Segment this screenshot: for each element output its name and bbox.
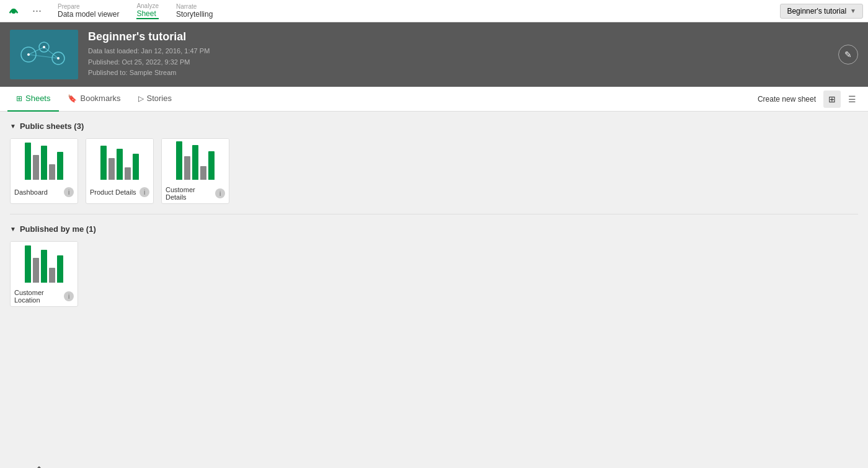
sheets-icon: ⊞ [16, 94, 22, 103]
published-by-me-header[interactable]: ▼ Published by me (1) [10, 224, 858, 234]
bar [57, 152, 63, 180]
public-sheets-grid: Dashboard i Product Details i [10, 138, 858, 204]
sheet-label-row: Product Details i [86, 183, 153, 201]
bar [33, 155, 39, 180]
sheet-info-icon[interactable]: i [64, 187, 74, 197]
bookmark-icon: 🔖 [68, 94, 77, 103]
more-options-icon[interactable]: ··· [32, 4, 42, 17]
sheet-thumbnail [86, 139, 153, 183]
sheet-info-icon[interactable]: i [64, 291, 74, 301]
sheet-card-customer-details[interactable]: Customer Details i [161, 138, 229, 204]
sheet-info-icon[interactable]: i [140, 187, 149, 197]
create-sheet-button[interactable]: Create new sheet [750, 92, 823, 106]
collapse-arrow-icon: ▼ [10, 226, 16, 232]
chevron-down-icon: ▼ [850, 7, 856, 14]
bar [57, 255, 63, 283]
top-nav: ··· Prepare Data model viewer Analyze Sh… [0, 0, 868, 22]
bar [49, 268, 55, 283]
sheet-label-row: Customer Details i [162, 183, 229, 203]
bar [208, 151, 215, 180]
bar [108, 158, 115, 180]
app-logo[interactable] [5, 2, 22, 20]
sheet-card-dashboard[interactable]: Dashboard i [10, 138, 78, 204]
tab-stories[interactable]: ▷ Stories [130, 87, 180, 112]
bar [100, 146, 107, 180]
bar [25, 245, 31, 283]
svg-point-10 [43, 46, 45, 48]
app-title: Beginner's tutorial [88, 30, 210, 43]
bar [49, 164, 55, 180]
prepare-nav-item[interactable]: Prepare Data model viewer [49, 0, 128, 22]
svg-point-11 [57, 57, 60, 60]
narrate-nav-item[interactable]: Narrate Storytelling [167, 0, 221, 22]
sheet-label-row: Dashboard i [11, 183, 78, 201]
section-divider [10, 214, 858, 214]
collapse-arrow-icon: ▼ [10, 123, 16, 130]
analyze-nav-item[interactable]: Analyze Sheet [128, 0, 167, 22]
bar [192, 145, 198, 180]
published-sheets-grid: Customer Location i [10, 241, 858, 307]
bar [184, 156, 190, 180]
stories-icon: ▷ [138, 94, 144, 103]
bar [25, 143, 31, 180]
app-thumbnail [10, 30, 78, 79]
edit-button[interactable]: ✎ [838, 45, 858, 64]
svg-point-1 [11, 9, 16, 14]
sheet-card-product-details[interactable]: Product Details i [86, 138, 154, 204]
bar [41, 146, 47, 180]
view-toggle: ⊞ ☰ [823, 91, 861, 108]
grid-view-button[interactable]: ⊞ [823, 91, 841, 108]
sheet-thumbnail [11, 139, 78, 183]
bar [33, 258, 39, 283]
app-info: Beginner's tutorial Data last loaded: Ja… [88, 30, 210, 79]
tutorial-button[interactable]: Beginner's tutorial ▼ [780, 4, 863, 19]
bar [176, 141, 182, 180]
sheet-card-customer-location[interactable]: Customer Location i [10, 241, 78, 307]
svg-point-9 [27, 53, 30, 56]
public-sheets-header[interactable]: ▼ Public sheets (3) [10, 121, 858, 131]
sheet-thumbnail [162, 139, 229, 183]
bar [117, 149, 123, 180]
bar [200, 166, 206, 180]
tabs-bar: ⊞ Sheets 🔖 Bookmarks ▷ Stories Create ne… [0, 87, 868, 112]
bar [41, 250, 47, 283]
app-header: Beginner's tutorial Data last loaded: Ja… [0, 22, 868, 87]
sheet-info-icon[interactable]: i [215, 188, 225, 198]
tab-bookmarks[interactable]: 🔖 Bookmarks [59, 87, 129, 112]
app-meta: Data last loaded: Jan 12, 2016, 1:47 PM … [88, 46, 210, 79]
nav-group: Prepare Data model viewer Analyze Sheet … [49, 0, 221, 22]
main-content: ▼ Public sheets (3) Dashboard i [0, 112, 868, 468]
bar [125, 167, 131, 180]
tab-sheets[interactable]: ⊞ Sheets [7, 87, 59, 112]
bar [133, 154, 139, 180]
sheet-thumbnail [11, 242, 78, 286]
list-view-button[interactable]: ☰ [843, 91, 861, 108]
sheet-label-row: Customer Location i [11, 286, 78, 306]
